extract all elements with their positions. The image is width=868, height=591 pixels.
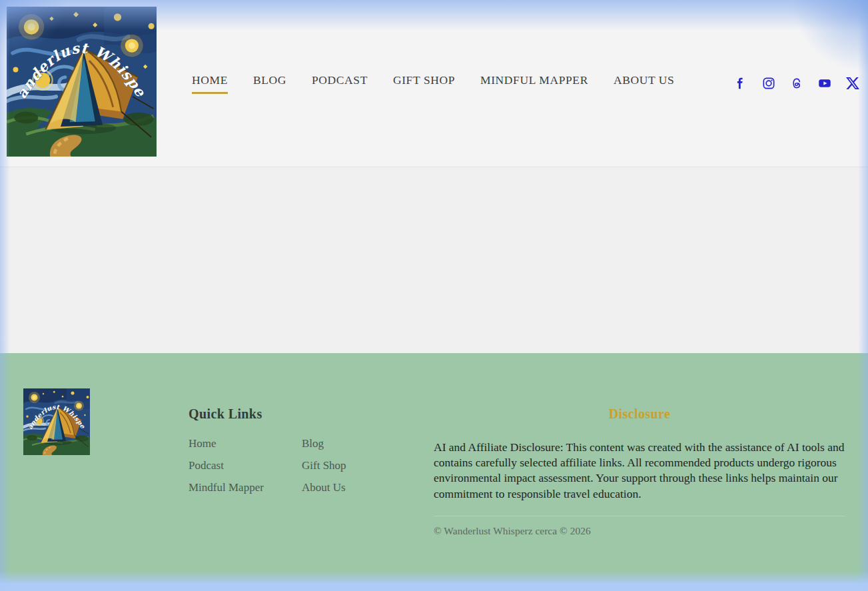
youtube-icon[interactable]: [818, 77, 831, 90]
nav-item-about-us[interactable]: ABOUT US: [614, 73, 675, 94]
nav-item-mindful-mapper[interactable]: MINDFUL MAPPER: [480, 73, 588, 94]
footer-logo[interactable]: [23, 388, 90, 455]
nav-item-gift-shop[interactable]: GIFT SHOP: [393, 73, 455, 94]
copyright-text: © Wanderlust Whisperz cerca © 2026: [434, 525, 845, 537]
starry-tent-logo-image-small: [23, 388, 90, 455]
footer-link-home[interactable]: Home: [189, 438, 302, 450]
site-header: HOME BLOG PODCAST GIFT SHOP MINDFUL MAPP…: [0, 0, 868, 167]
social-links: [734, 0, 859, 167]
instagram-icon[interactable]: [762, 77, 775, 90]
quick-links-list: Home Blog Podcast Gift Shop Mindful Mapp…: [189, 438, 346, 494]
quick-links-section: Quick Links Home Blog Podcast Gift Shop …: [189, 406, 346, 494]
site-logo[interactable]: [7, 7, 157, 157]
site-footer: Quick Links Home Blog Podcast Gift Shop …: [0, 353, 868, 584]
disclosure-text: AI and Affiliate Disclosure: This conten…: [434, 440, 845, 502]
footer-divider: [434, 516, 845, 516]
footer-link-gift-shop[interactable]: Gift Shop: [302, 460, 346, 472]
footer-link-mindful-mapper[interactable]: Mindful Mapper: [189, 482, 302, 494]
main-content: [0, 167, 868, 353]
page: HOME BLOG PODCAST GIFT SHOP MINDFUL MAPP…: [0, 0, 868, 591]
disclosure-section: Disclosure AI and Affiliate Disclosure: …: [434, 406, 845, 537]
footer-link-about-us[interactable]: About Us: [302, 482, 346, 494]
nav-item-home[interactable]: HOME: [192, 73, 228, 94]
footer-link-blog[interactable]: Blog: [302, 438, 346, 450]
threads-icon[interactable]: [790, 77, 803, 90]
quick-links-title: Quick Links: [189, 406, 346, 422]
x-icon[interactable]: [846, 77, 859, 90]
facebook-icon[interactable]: [734, 77, 747, 90]
main-nav: HOME BLOG PODCAST GIFT SHOP MINDFUL MAPP…: [192, 0, 674, 167]
nav-item-blog[interactable]: BLOG: [253, 73, 286, 94]
nav-item-podcast[interactable]: PODCAST: [312, 73, 368, 94]
footer-link-podcast[interactable]: Podcast: [189, 460, 302, 472]
starry-tent-logo-image: [7, 7, 157, 157]
disclosure-title: Disclosure: [434, 406, 845, 422]
